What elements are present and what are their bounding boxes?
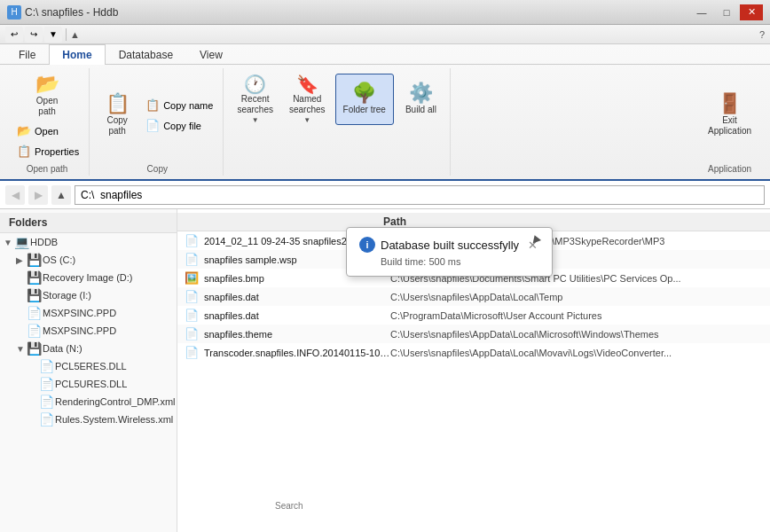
tree-icon: 📄	[39, 359, 55, 373]
qa-forward-button[interactable]: ↪	[25, 27, 43, 43]
file-path: C:\Users\snapfiles\AppData\Local\Temp	[390, 292, 763, 302]
file-name: snapfiles.theme	[204, 329, 390, 340]
tree-item[interactable]: 📄Rules.System.Wireless.xml	[0, 411, 177, 428]
tree-item[interactable]: 📄MSXPSINC.PPD	[0, 322, 177, 340]
copy-name-button[interactable]: 📋 Copy name	[141, 96, 217, 114]
tree-icon: 💻	[14, 235, 30, 249]
name-column-header	[185, 215, 383, 228]
tree-label: MSXPSINC.PPD	[43, 325, 116, 336]
tree-item[interactable]: 💾Recovery Image (D:)	[0, 269, 177, 286]
tree-icon: 💾	[27, 270, 43, 285]
file-icon: 📄	[185, 253, 200, 266]
copy-path-button[interactable]: 📋 Copypath	[97, 90, 138, 141]
up-button[interactable]: ▲	[51, 185, 71, 205]
exit-icon: 🚪	[718, 94, 742, 113]
window-controls: — □ ✕	[690, 4, 763, 20]
title-bar-left: H C:\ snapfiles - Hddb	[7, 5, 118, 20]
tree-item[interactable]: 💾Storage (I:)	[0, 286, 177, 304]
address-input[interactable]	[75, 185, 765, 205]
properties-icon: 📋	[17, 145, 31, 158]
properties-label: Properties	[35, 146, 79, 157]
open-icon: 📂	[17, 124, 31, 137]
copy-name-icon: 📋	[145, 98, 160, 112]
tree-item[interactable]: 📄PCL5ERES.DLL	[0, 357, 177, 375]
file-path: C:\ProgramData\Microsoft\User Account Pi…	[390, 310, 763, 321]
file-icon: 📄	[185, 327, 200, 340]
minimize-button[interactable]: —	[690, 4, 713, 20]
tree-item[interactable]: 📄PCL5URES.DLL	[0, 375, 177, 393]
folders-header: Folders	[0, 213, 177, 233]
recent-searches-button[interactable]: 🕐 Recentsearches ▼	[231, 74, 279, 125]
tree-item[interactable]: 📄MSXPSINC.PPD	[0, 304, 177, 322]
tree-arrow: ▼	[4, 238, 14, 247]
tree-icon: 💾	[27, 253, 43, 267]
help-icon: ?	[759, 29, 765, 40]
path-column-header: Path	[383, 215, 763, 228]
build-all-icon: ⚙️	[409, 83, 433, 103]
named-searches-button[interactable]: 🔖 Namedsearches ▼	[283, 74, 332, 125]
ribbon-toggle-hint: ▲	[70, 29, 80, 40]
tab-file[interactable]: File	[5, 44, 49, 65]
title-bar: H C:\ snapfiles - Hddb — □ ✕	[0, 0, 770, 25]
folder-tree-icon: 🌳	[352, 83, 376, 103]
tree-item[interactable]: ▶💾OS (C:)	[0, 251, 177, 269]
exit-label: ExitApplication	[708, 115, 751, 137]
ribbon-group-search: 🕐 Recentsearches ▼ 🔖 Namedsearches ▼ 🌳 F…	[225, 68, 451, 176]
folder-tree-panel: Folders ▼💻HDDB▶💾OS (C:) 💾Recovery Image …	[0, 209, 177, 532]
file-buttons: 📋 Copypath 📋 Copy name 📄 Copy file	[97, 70, 217, 160]
file-item[interactable]: 📄snapfiles.datC:\Users\snapfiles\AppData…	[177, 287, 770, 306]
build-all-button[interactable]: ⚙️ Build all	[397, 74, 444, 125]
file-name: snapfiles.dat	[204, 310, 390, 321]
application-group-label: Application	[708, 160, 751, 174]
qa-back-button[interactable]: ↩	[5, 27, 23, 43]
named-searches-arrow: ▼	[303, 116, 310, 124]
copy-path-icon: 📋	[106, 94, 130, 113]
main-content: Folders ▼💻HDDB▶💾OS (C:) 💾Recovery Image …	[0, 209, 770, 532]
tab-datatabase[interactable]: Datatabase	[106, 44, 186, 65]
openpath-group-label: Open path	[27, 160, 68, 174]
open-path-button[interactable]: 📂 Openpath	[27, 70, 67, 121]
file-small-buttons: 📋 Copy name 📄 Copy file	[141, 96, 217, 135]
copy-file-icon: 📄	[145, 119, 160, 132]
open-path-label: Openpath	[36, 96, 58, 117]
file-item[interactable]: 📄snapfiles.datC:\ProgramData\Microsoft\U…	[177, 306, 770, 325]
tree-icon: 💾	[27, 341, 43, 356]
open-group-col: 📂 Open 📋 Properties	[12, 121, 83, 160]
file-item[interactable]: 📄snapfiles.themeC:\Users\snapfiles\AppDa…	[177, 325, 770, 343]
exit-button[interactable]: 🚪 ExitApplication	[700, 90, 759, 141]
recent-searches-arrow: ▼	[252, 116, 259, 124]
quick-access-toolbar: ↩ ↪ ▼ ▲ ?	[0, 25, 770, 44]
qa-more-button[interactable]: ▼	[44, 27, 62, 43]
file-path: C:\Users\snapfiles\AppData\Local\Microso…	[390, 329, 763, 340]
tab-home[interactable]: Home	[49, 44, 105, 65]
forward-button[interactable]: ▶	[28, 185, 48, 205]
file-path: C:\Users\snapfiles\AppData\Local\Movavi\…	[390, 348, 763, 358]
tree-item[interactable]: ▼💾Data (N:)	[0, 340, 177, 357]
close-button[interactable]: ✕	[740, 4, 763, 20]
tree-items-container: ▼💻HDDB▶💾OS (C:) 💾Recovery Image (D:) 💾St…	[0, 233, 177, 428]
tree-label: Rules.System.Wireless.xml	[55, 414, 173, 425]
tree-item[interactable]: ▼💻HDDB	[0, 233, 177, 251]
tree-icon: 📄	[27, 306, 43, 320]
tree-icon: 📄	[39, 412, 55, 426]
properties-button[interactable]: 📋 Properties	[12, 142, 83, 160]
ribbon-content: 📂 Openpath 📂 Open 📋 Properties Open path	[0, 65, 770, 179]
copy-name-label: Copy name	[163, 100, 213, 111]
file-item[interactable]: 📄Transcoder.snapfiles.INFO.20140115-100.…	[177, 343, 770, 362]
folder-tree-button[interactable]: 🌳 Folder tree	[335, 74, 394, 125]
copy-path-label: Copypath	[106, 115, 127, 137]
back-button[interactable]: ◀	[5, 185, 25, 205]
copy-file-button[interactable]: 📄 Copy file	[141, 116, 217, 135]
named-searches-label: Namedsearches	[289, 94, 326, 115]
tab-view[interactable]: View	[186, 44, 236, 65]
tree-icon: 💾	[27, 288, 43, 302]
recent-searches-label: Recentsearches	[237, 94, 273, 115]
tree-label: OS (C:)	[43, 254, 75, 265]
application-buttons: 🚪 ExitApplication	[700, 70, 759, 160]
tree-label: Data (N:)	[43, 343, 82, 354]
open-button[interactable]: 📂 Open	[12, 121, 83, 140]
tree-item[interactable]: 📄RenderingControl_DMP.xml	[0, 393, 177, 411]
ribbon-group-application: 🚪 ExitApplication Application	[695, 68, 765, 176]
tree-icon: 📄	[39, 395, 55, 409]
maximize-button[interactable]: □	[715, 4, 738, 20]
